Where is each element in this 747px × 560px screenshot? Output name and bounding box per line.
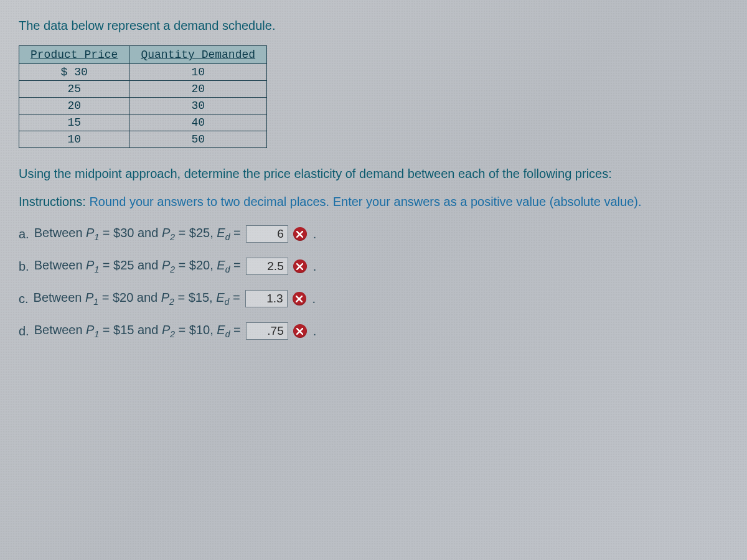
incorrect-icon bbox=[293, 227, 307, 241]
demand-schedule-table: Product Price Quantity Demanded $ 3010 2… bbox=[19, 45, 267, 148]
answer-input-b[interactable] bbox=[246, 258, 288, 275]
p1-value: $30 bbox=[113, 226, 134, 240]
midpoint-paragraph: Using the midpoint approach, determine t… bbox=[19, 166, 728, 182]
cell-price: 15 bbox=[19, 114, 129, 131]
question-label: d. bbox=[19, 324, 29, 338]
question-label: a. bbox=[19, 227, 29, 241]
instructions: Instructions: Round your answers to two … bbox=[19, 194, 728, 210]
table-row: 2030 bbox=[19, 98, 267, 114]
question-text: Between P1 = $30 and P2 = $25, Ed = bbox=[34, 226, 241, 242]
answer-input-a[interactable] bbox=[246, 225, 288, 243]
p2-value: $10 bbox=[189, 323, 210, 337]
p1-value: $25 bbox=[113, 258, 134, 272]
cell-price: 10 bbox=[19, 131, 129, 148]
cell-qty: 10 bbox=[129, 64, 267, 81]
cell-price: 20 bbox=[19, 98, 129, 114]
question-label: c. bbox=[19, 292, 29, 306]
period: . bbox=[313, 227, 317, 241]
p1-value: $15 bbox=[113, 323, 134, 337]
intro-text: The data below represent a demand schedu… bbox=[19, 19, 728, 33]
cell-qty: 50 bbox=[129, 131, 267, 148]
question-text: Between P1 = $15 and P2 = $10, Ed = bbox=[34, 323, 241, 339]
question-label: b. bbox=[19, 259, 29, 274]
table-row: 1050 bbox=[19, 131, 267, 148]
p2-value: $20 bbox=[189, 258, 210, 272]
question-text: Between P1 = $20 and P2 = $15, Ed = bbox=[34, 291, 240, 307]
cell-price: 25 bbox=[19, 81, 129, 98]
question-c: c. Between P1 = $20 and P2 = $15, Ed = . bbox=[19, 290, 728, 307]
answer-input-c[interactable] bbox=[245, 290, 288, 307]
question-a: a. Between P1 = $30 and P2 = $25, Ed = . bbox=[19, 225, 728, 243]
question-d: d. Between P1 = $15 and P2 = $10, Ed = . bbox=[19, 322, 728, 340]
answer-input-d[interactable] bbox=[246, 322, 288, 340]
cell-qty: 40 bbox=[129, 114, 267, 131]
table-row: $ 3010 bbox=[19, 64, 267, 81]
instructions-body: Round your answers to two decimal places… bbox=[86, 195, 642, 208]
p1-value: $20 bbox=[113, 291, 133, 304]
question-b: b. Between P1 = $25 and P2 = $20, Ed = . bbox=[19, 258, 728, 275]
table-row: 1540 bbox=[19, 114, 267, 131]
incorrect-icon bbox=[293, 324, 307, 338]
table-header-qty: Quantity Demanded bbox=[129, 46, 267, 64]
period: . bbox=[312, 292, 316, 306]
cell-price: $ 30 bbox=[19, 64, 129, 81]
cell-qty: 30 bbox=[129, 98, 267, 114]
period: . bbox=[313, 259, 317, 274]
period: . bbox=[313, 324, 317, 338]
incorrect-icon bbox=[293, 292, 306, 306]
p2-value: $15 bbox=[189, 291, 209, 304]
table-row: 2520 bbox=[19, 81, 267, 98]
incorrect-icon bbox=[293, 259, 307, 273]
table-header-price: Product Price bbox=[19, 46, 129, 64]
instructions-label: Instructions: bbox=[19, 195, 86, 208]
p2-value: $25 bbox=[189, 226, 210, 240]
cell-qty: 20 bbox=[129, 81, 267, 98]
question-text: Between P1 = $25 and P2 = $20, Ed = bbox=[34, 258, 241, 274]
